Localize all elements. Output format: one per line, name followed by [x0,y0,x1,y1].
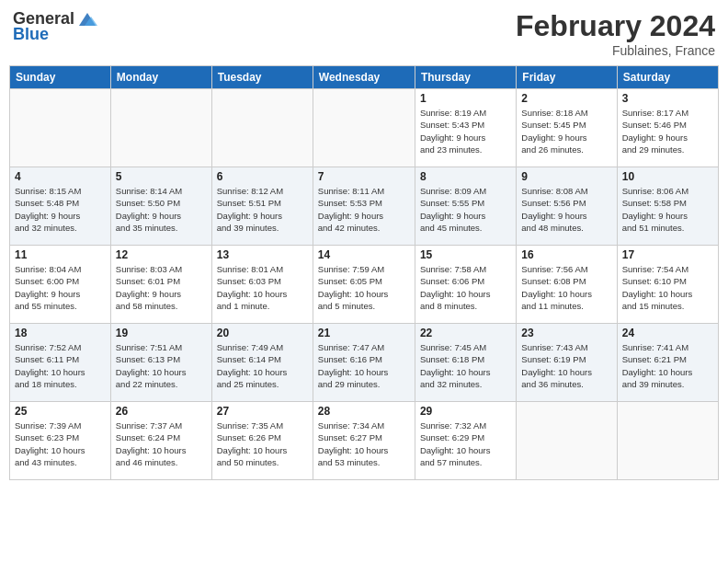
day-cell: 24Sunrise: 7:41 AM Sunset: 6:21 PM Dayli… [617,324,718,402]
day-cell: 8Sunrise: 8:09 AM Sunset: 5:55 PM Daylig… [415,167,516,246]
week-row-3: 11Sunrise: 8:04 AM Sunset: 6:00 PM Dayli… [10,246,719,324]
day-cell [517,402,617,480]
day-number: 17 [622,248,713,261]
day-info: Sunrise: 8:04 AM Sunset: 6:00 PM Dayligh… [15,263,106,312]
week-row-5: 25Sunrise: 7:39 AM Sunset: 6:23 PM Dayli… [10,402,719,480]
day-number: 25 [15,405,106,418]
day-info: Sunrise: 7:41 AM Sunset: 6:21 PM Dayligh… [622,341,713,390]
day-number: 6 [217,170,308,183]
day-number: 16 [521,248,611,261]
day-number: 12 [116,248,207,261]
week-row-2: 4Sunrise: 8:15 AM Sunset: 5:48 PM Daylig… [10,167,719,246]
day-number: 11 [15,248,106,261]
day-info: Sunrise: 8:09 AM Sunset: 5:55 PM Dayligh… [420,185,511,234]
day-info: Sunrise: 7:34 AM Sunset: 6:27 PM Dayligh… [318,419,410,468]
day-cell: 15Sunrise: 7:58 AM Sunset: 6:06 PM Dayli… [415,246,516,324]
col-header-tuesday: Tuesday [211,66,313,89]
day-info: Sunrise: 8:01 AM Sunset: 6:03 PM Dayligh… [217,263,308,312]
day-cell: 2Sunrise: 8:18 AM Sunset: 5:45 PM Daylig… [517,89,617,167]
day-cell: 25Sunrise: 7:39 AM Sunset: 6:23 PM Dayli… [10,402,111,480]
day-cell [617,402,718,480]
week-row-1: 1Sunrise: 8:19 AM Sunset: 5:43 PM Daylig… [10,89,719,167]
day-info: Sunrise: 7:39 AM Sunset: 6:23 PM Dayligh… [15,419,106,468]
day-cell: 11Sunrise: 8:04 AM Sunset: 6:00 PM Dayli… [10,246,111,324]
day-cell: 18Sunrise: 7:52 AM Sunset: 6:11 PM Dayli… [10,324,111,402]
col-header-wednesday: Wednesday [313,66,415,89]
day-cell: 6Sunrise: 8:12 AM Sunset: 5:51 PM Daylig… [211,167,313,246]
logo-blue-text: Blue [13,25,49,44]
day-number: 14 [318,248,410,261]
day-info: Sunrise: 8:18 AM Sunset: 5:45 PM Dayligh… [521,107,611,155]
day-number: 18 [15,327,106,339]
col-header-friday: Friday [517,66,617,89]
logo-icon [77,11,97,28]
day-info: Sunrise: 7:43 AM Sunset: 6:19 PM Dayligh… [521,341,611,390]
day-number: 4 [15,170,106,183]
day-number: 7 [318,170,410,183]
day-cell [110,89,211,167]
day-number: 27 [217,405,308,418]
day-cell [211,89,313,167]
day-info: Sunrise: 8:14 AM Sunset: 5:50 PM Dayligh… [116,185,207,234]
day-cell: 17Sunrise: 7:54 AM Sunset: 6:10 PM Dayli… [617,246,718,324]
day-info: Sunrise: 8:15 AM Sunset: 5:48 PM Dayligh… [15,185,106,234]
day-number: 13 [217,248,308,261]
day-cell [10,89,111,167]
day-cell: 29Sunrise: 7:32 AM Sunset: 6:29 PM Dayli… [415,402,516,480]
day-cell: 5Sunrise: 8:14 AM Sunset: 5:50 PM Daylig… [110,167,211,246]
day-number: 10 [622,170,713,183]
day-number: 8 [420,170,511,183]
title-block: February 2024 Fublaines, France [516,9,715,58]
day-info: Sunrise: 7:45 AM Sunset: 6:18 PM Dayligh… [420,341,511,390]
day-info: Sunrise: 8:17 AM Sunset: 5:46 PM Dayligh… [622,107,713,155]
col-header-monday: Monday [110,66,211,89]
calendar-location: Fublaines, France [516,43,715,58]
day-number: 19 [116,327,207,339]
day-number: 21 [318,327,410,339]
header: General Blue February 2024 Fublaines, Fr… [9,9,719,58]
day-info: Sunrise: 8:03 AM Sunset: 6:01 PM Dayligh… [116,263,207,312]
day-info: Sunrise: 7:56 AM Sunset: 6:08 PM Dayligh… [521,263,611,312]
logo: General Blue [13,9,97,44]
day-cell: 16Sunrise: 7:56 AM Sunset: 6:08 PM Dayli… [517,246,617,324]
calendar-title: February 2024 [516,9,715,43]
week-row-4: 18Sunrise: 7:52 AM Sunset: 6:11 PM Dayli… [10,324,719,402]
day-info: Sunrise: 8:06 AM Sunset: 5:58 PM Dayligh… [622,185,713,234]
day-cell: 12Sunrise: 8:03 AM Sunset: 6:01 PM Dayli… [110,246,211,324]
calendar-table: SundayMondayTuesdayWednesdayThursdayFrid… [9,65,719,480]
day-cell: 9Sunrise: 8:08 AM Sunset: 5:56 PM Daylig… [517,167,617,246]
day-info: Sunrise: 7:51 AM Sunset: 6:13 PM Dayligh… [116,341,207,390]
day-cell: 3Sunrise: 8:17 AM Sunset: 5:46 PM Daylig… [617,89,718,167]
day-info: Sunrise: 7:59 AM Sunset: 6:05 PM Dayligh… [318,263,410,312]
day-number: 26 [116,405,207,418]
calendar-header-row: SundayMondayTuesdayWednesdayThursdayFrid… [10,66,719,89]
day-cell [313,89,415,167]
day-number: 20 [217,327,308,339]
day-info: Sunrise: 8:19 AM Sunset: 5:43 PM Dayligh… [420,107,511,155]
day-number: 1 [420,92,511,105]
day-cell: 27Sunrise: 7:35 AM Sunset: 6:26 PM Dayli… [211,402,313,480]
day-info: Sunrise: 8:11 AM Sunset: 5:53 PM Dayligh… [318,185,410,234]
day-cell: 20Sunrise: 7:49 AM Sunset: 6:14 PM Dayli… [211,324,313,402]
day-info: Sunrise: 7:54 AM Sunset: 6:10 PM Dayligh… [622,263,713,312]
day-number: 22 [420,327,511,339]
day-info: Sunrise: 7:49 AM Sunset: 6:14 PM Dayligh… [217,341,308,390]
col-header-saturday: Saturday [617,66,718,89]
day-number: 23 [521,327,611,339]
day-cell: 22Sunrise: 7:45 AM Sunset: 6:18 PM Dayli… [415,324,516,402]
day-number: 28 [318,405,410,418]
day-cell: 4Sunrise: 8:15 AM Sunset: 5:48 PM Daylig… [10,167,111,246]
day-info: Sunrise: 8:12 AM Sunset: 5:51 PM Dayligh… [217,185,308,234]
day-cell: 28Sunrise: 7:34 AM Sunset: 6:27 PM Dayli… [313,402,415,480]
day-info: Sunrise: 7:35 AM Sunset: 6:26 PM Dayligh… [217,419,308,468]
day-info: Sunrise: 8:08 AM Sunset: 5:56 PM Dayligh… [521,185,611,234]
day-info: Sunrise: 7:58 AM Sunset: 6:06 PM Dayligh… [420,263,511,312]
day-info: Sunrise: 7:52 AM Sunset: 6:11 PM Dayligh… [15,341,106,390]
day-cell: 23Sunrise: 7:43 AM Sunset: 6:19 PM Dayli… [517,324,617,402]
day-cell: 21Sunrise: 7:47 AM Sunset: 6:16 PM Dayli… [313,324,415,402]
col-header-sunday: Sunday [10,66,111,89]
day-number: 24 [622,327,713,339]
day-cell: 1Sunrise: 8:19 AM Sunset: 5:43 PM Daylig… [415,89,516,167]
day-cell: 10Sunrise: 8:06 AM Sunset: 5:58 PM Dayli… [617,167,718,246]
day-cell: 19Sunrise: 7:51 AM Sunset: 6:13 PM Dayli… [110,324,211,402]
